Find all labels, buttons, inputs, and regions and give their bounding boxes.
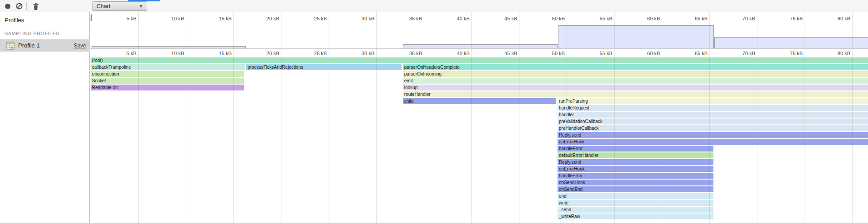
ruler-tick-label: 30 kB bbox=[343, 16, 374, 21]
flame-bar[interactable]: defaultErrorHandler bbox=[558, 152, 713, 158]
ruler-tick-label: 45 kB bbox=[485, 51, 517, 56]
flamegraph-pane: (root)callbackTrampolineprocessTicksAndR… bbox=[90, 12, 868, 223]
gridline bbox=[138, 12, 139, 223]
gridline bbox=[805, 12, 805, 223]
flame-bar[interactable]: onSendEnd bbox=[558, 186, 713, 192]
delete-profile-button[interactable] bbox=[32, 0, 40, 12]
profile-name: Profile 1 bbox=[18, 42, 74, 49]
ruler-tick-label: 50 kB bbox=[533, 51, 565, 56]
sidebar: Profiles SAMPLING PROFILES % Profile 1 S… bbox=[0, 12, 90, 223]
flame-bar[interactable]: preHandlerCallback bbox=[558, 125, 868, 131]
ruler-tick-label: 40 kB bbox=[438, 16, 470, 21]
ruler-tick-label: 35 kB bbox=[390, 16, 422, 21]
flame-bar[interactable]: Readable.on bbox=[91, 85, 244, 90]
overview-segment[interactable] bbox=[714, 37, 868, 49]
gridline bbox=[329, 12, 329, 223]
save-profile-link[interactable]: Save bbox=[74, 43, 86, 49]
flame-bar[interactable]: onconnection bbox=[91, 71, 244, 77]
flame-bar[interactable]: Socket bbox=[91, 78, 244, 84]
ruler-tick-label: 10 kB bbox=[152, 16, 184, 21]
flame-bar[interactable]: preValidationCallback bbox=[558, 119, 868, 124]
overview-segment[interactable] bbox=[558, 25, 714, 49]
flame-bar[interactable]: lookup bbox=[403, 85, 868, 90]
gridline bbox=[567, 12, 567, 223]
gridline bbox=[709, 12, 710, 223]
gridline bbox=[662, 12, 662, 223]
flame-bar[interactable]: handleError bbox=[558, 146, 713, 152]
ruler-tick-label: 80 kB bbox=[819, 51, 850, 56]
ruler-tick-label: 65 kB bbox=[676, 51, 708, 56]
toolbar-separator bbox=[26, 2, 27, 10]
trash-icon bbox=[33, 3, 39, 10]
record-icon bbox=[5, 4, 10, 9]
clear-button[interactable] bbox=[15, 0, 23, 12]
gridline bbox=[424, 12, 424, 223]
gridline bbox=[519, 12, 519, 223]
ruler-tick-label: 75 kB bbox=[771, 51, 803, 56]
ruler-tick-label: 55 kB bbox=[581, 51, 612, 56]
gridline bbox=[852, 12, 853, 223]
flame-bar[interactable]: handleError bbox=[558, 173, 713, 179]
ruler-tick-label: 20 kB bbox=[247, 51, 279, 56]
gridline bbox=[376, 12, 377, 223]
gridline bbox=[471, 12, 472, 223]
gridline bbox=[186, 12, 186, 223]
ruler-tick-label: 15 kB bbox=[200, 16, 232, 21]
overview-bottom-border bbox=[90, 48, 868, 49]
flame-bar[interactable]: _send bbox=[558, 207, 713, 213]
gridline bbox=[614, 12, 615, 223]
flame-bar[interactable]: _writeRaw bbox=[558, 214, 713, 219]
ruler-tick-label: 55 kB bbox=[581, 16, 612, 21]
profile-icon: % bbox=[6, 42, 15, 50]
ruler-tick-label: 70 kB bbox=[723, 51, 755, 56]
ruler-tick-label: 60 kB bbox=[628, 51, 660, 56]
flame-bar[interactable]: Reply.send bbox=[558, 132, 868, 138]
flame-bar[interactable]: handleRequest bbox=[558, 105, 868, 111]
ruler-tick-label: 35 kB bbox=[390, 51, 422, 56]
ruler-tick-label: 40 kB bbox=[438, 51, 470, 56]
ruler-tick-label: 50 kB bbox=[533, 16, 565, 21]
ruler-tick-label: 20 kB bbox=[247, 16, 279, 21]
record-button[interactable] bbox=[4, 0, 11, 12]
view-mode-select[interactable]: Chart ▼ bbox=[92, 1, 147, 11]
svg-text:%: % bbox=[10, 46, 13, 49]
ruler-tick-label: 65 kB bbox=[676, 16, 708, 21]
ruler-tick-label: 45 kB bbox=[485, 16, 517, 21]
flame-bar[interactable]: processTicksAndRejections bbox=[246, 64, 401, 70]
gridline bbox=[757, 12, 757, 223]
profiles-heading: Profiles bbox=[5, 17, 24, 24]
ruler-tick-label: 60 kB bbox=[628, 16, 660, 21]
flame-bar[interactable]: onErrorHook bbox=[558, 166, 713, 172]
ruler-tick-label: 25 kB bbox=[295, 16, 327, 21]
gridline bbox=[233, 12, 234, 223]
flame-bar[interactable]: runPreParsing bbox=[558, 98, 868, 104]
view-mode-label: Chart bbox=[97, 3, 111, 9]
ruler-tick-label: 10 kB bbox=[152, 51, 184, 56]
ruler-tick-label: 25 kB bbox=[295, 51, 327, 56]
flame-bar[interactable]: write_ bbox=[558, 200, 713, 206]
dropdown-arrow-icon: ▼ bbox=[139, 4, 143, 9]
flame-bar[interactable]: end bbox=[558, 193, 713, 199]
block-icon bbox=[16, 3, 23, 9]
flame-bar[interactable]: routeHandler bbox=[403, 91, 868, 97]
ruler-tick-label: 30 kB bbox=[343, 51, 374, 56]
flame-bar[interactable]: child bbox=[403, 98, 556, 104]
flame-bar[interactable]: handler bbox=[558, 112, 868, 118]
ruler-tick-label: 70 kB bbox=[723, 16, 755, 21]
overview-drag-handle[interactable] bbox=[91, 14, 92, 21]
ruler-tick-label: 80 kB bbox=[819, 16, 850, 21]
gridline bbox=[281, 12, 281, 223]
sidebar-item-profile-1[interactable]: % Profile 1 Save bbox=[0, 39, 90, 52]
flame-bar[interactable]: emit bbox=[403, 78, 868, 84]
toolbar: Chart ▼ bbox=[0, 0, 868, 12]
sampling-profiles-section-label: SAMPLING PROFILES bbox=[5, 31, 59, 36]
flame-bar[interactable]: parserOnIncoming bbox=[403, 71, 868, 77]
flame-bar[interactable]: (root) bbox=[91, 57, 868, 63]
flame-bar[interactable]: parserOnHeadersComplete bbox=[403, 64, 868, 70]
flame-bar[interactable]: onErrorHook bbox=[558, 139, 868, 145]
ruler-tick-label: 75 kB bbox=[771, 16, 803, 21]
flame-bar[interactable]: onSendHook bbox=[558, 180, 713, 185]
ruler-tick-label: 15 kB bbox=[200, 51, 232, 56]
flame-bar[interactable]: Reply.send bbox=[558, 159, 713, 165]
flame-bar[interactable]: callbackTrampoline bbox=[91, 64, 245, 70]
